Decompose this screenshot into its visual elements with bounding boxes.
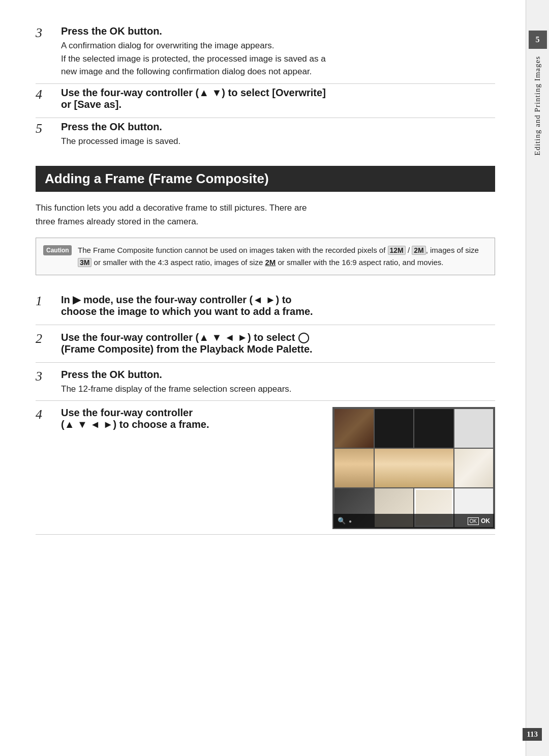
step-heading-4-bottom: Use the four-way controller (▲ ▼ ◄ ►) to… [61, 407, 317, 430]
frame-cell-3 [414, 409, 453, 448]
step-number-4-top: 4 [36, 87, 61, 102]
step-content-4-bottom: Use the four-way controller (▲ ▼ ◄ ►) to… [61, 407, 317, 432]
step-number-5-top: 5 [36, 121, 61, 136]
step-number-1-bottom: 1 [36, 294, 61, 309]
step-row-1-bottom: 1 In ▶ mode, use the four-way controller… [36, 287, 495, 325]
step-row-5-top: 5 Press the OK button. The processed ima… [36, 121, 495, 153]
step-heading-3-top: Press the OK button. [61, 25, 495, 37]
frame-cell-5 [334, 449, 374, 487]
step-desc-3-top: A confirmation dialog for overwriting th… [61, 39, 495, 78]
image-toolbar: 🔍 ● OK OK [333, 514, 494, 528]
ok-label-3-bottom: OK [110, 369, 125, 380]
ok-label-3-top: OK [110, 25, 125, 37]
step-heading-3-bottom: Press the OK button. [61, 369, 495, 381]
frame-cell-6 [375, 449, 453, 487]
ok-text: OK [481, 517, 490, 525]
step-content-4-top: Use the four-way controller (▲ ▼) to sel… [61, 87, 495, 112]
step4-text: 4 Use the four-way controller (▲ ▼ ◄ ►) … [36, 407, 317, 432]
page-number: 113 [523, 728, 542, 741]
pixel-3m: 3M [78, 258, 92, 267]
step-heading-4-top: Use the four-way controller (▲ ▼) to sel… [61, 87, 495, 110]
frame-cell-2 [375, 409, 414, 448]
frame-grid [333, 408, 494, 528]
step-desc-5-top: The processed image is saved. [61, 135, 495, 148]
step-desc-3-bottom: The 12-frame display of the frame select… [61, 383, 495, 396]
step-content-3-top: Press the OK button. A confirmation dial… [61, 25, 495, 78]
step-row-3-bottom: 3 Press the OK button. The 12-frame disp… [36, 363, 495, 401]
caution-box: Caution The Frame Composite function can… [36, 238, 495, 275]
step-heading-5-top: Press the OK button. [61, 121, 495, 133]
caution-label: Caution [43, 245, 72, 255]
frame-cell-4 [454, 409, 494, 448]
page-container: 3 Press the OK button. A confirmation di… [0, 0, 549, 756]
pixel-12m: 12M [388, 246, 406, 255]
step-row-4-bottom: 4 Use the four-way controller (▲ ▼ ◄ ►) … [36, 401, 495, 535]
main-content: 3 Press the OK button. A confirmation di… [0, 0, 526, 756]
frame-cell-7 [454, 449, 494, 487]
step-content-1-bottom: In ▶ mode, use the four-way controller (… [61, 294, 495, 319]
caution-text: The Frame Composite function cannot be u… [78, 244, 487, 268]
dot-icon: ● [349, 518, 352, 524]
step-number-3-top: 3 [36, 25, 61, 41]
step-number-4-bottom: 4 [36, 407, 61, 422]
step-row-4-top: 4 Use the four-way controller (▲ ▼) to s… [36, 87, 495, 118]
pixel-2m-under: 2M [265, 258, 276, 267]
step-row-3-top: 3 Press the OK button. A confirmation di… [36, 25, 495, 84]
zoom-icon: 🔍 [338, 517, 346, 525]
ok-box-icon: OK [468, 517, 479, 525]
right-tab: 5 Editing and Printing Images 113 [526, 0, 549, 756]
step-number-2-bottom: 2 [36, 331, 61, 346]
step-number-3-bottom: 3 [36, 369, 61, 384]
toolbar-left: 🔍 ● [338, 517, 352, 525]
ok-label-5-top: OK [110, 121, 125, 132]
step-row-2-bottom: 2 Use the four-way controller (▲ ▼ ◄ ►) … [36, 325, 495, 363]
step-content-5-top: Press the OK button. The processed image… [61, 121, 495, 148]
frame-composite-image: 🔍 ● OK OK [332, 407, 495, 529]
step-content-2-bottom: Use the four-way controller (▲ ▼ ◄ ►) to… [61, 331, 495, 357]
pixel-2m: 2M [412, 246, 425, 255]
frame-cell-1 [334, 409, 374, 448]
step-heading-1-bottom: In ▶ mode, use the four-way controller (… [61, 294, 495, 317]
tab-text: Editing and Printing Images [533, 56, 542, 156]
section-header: Adding a Frame (Frame Composite) [36, 166, 495, 192]
step-content-3-bottom: Press the OK button. The 12-frame displa… [61, 369, 495, 396]
step-heading-2-bottom: Use the four-way controller (▲ ▼ ◄ ►) to… [61, 331, 495, 355]
tab-number: 5 [529, 31, 547, 49]
section-intro: This function lets you add a decorative … [36, 201, 495, 228]
